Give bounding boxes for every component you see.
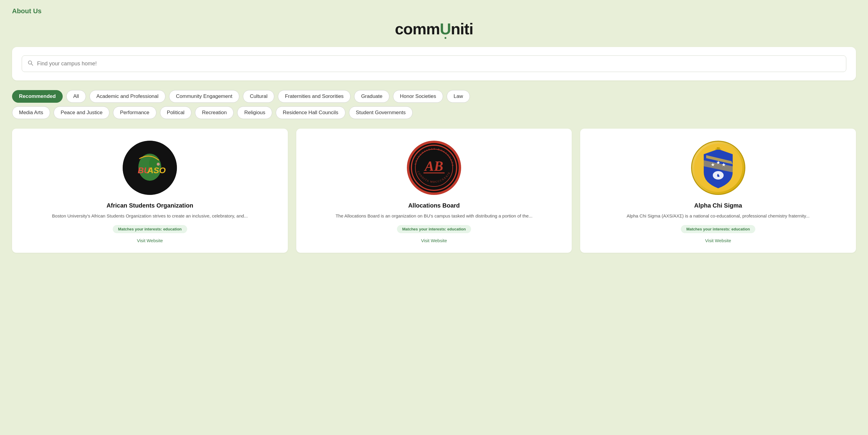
search-section xyxy=(12,47,856,80)
interest-badge: Matches your interests: education xyxy=(397,225,471,233)
visit-website-link[interactable]: Visit Website xyxy=(705,238,731,243)
card-alpha-chi-sigma: ★ ★ ★ ♞ Alpha Chi Sigma Alpha Chi Sigma … xyxy=(580,129,856,253)
cards-grid: BU ASO African Students Organization Bos… xyxy=(12,129,856,253)
card-title: African Students Organization xyxy=(106,202,193,209)
interest-badge: Matches your interests: education xyxy=(681,225,755,233)
svg-text:AB: AB xyxy=(424,159,443,174)
filter-chip-peace-and-justice[interactable]: Peace and Justice xyxy=(54,106,110,119)
filter-chip-religious[interactable]: Religious xyxy=(237,106,272,119)
card-description: Alpha Chi Sigma (AXS/AXΣ) is a national … xyxy=(627,213,809,220)
svg-line-1 xyxy=(31,64,33,66)
filter-chip-cultural[interactable]: Cultural xyxy=(243,90,275,103)
filter-chip-graduate[interactable]: Graduate xyxy=(354,90,390,103)
svg-text:♞: ♞ xyxy=(716,173,720,178)
svg-text:★: ★ xyxy=(721,162,726,167)
filter-chip-recreation[interactable]: Recreation xyxy=(195,106,234,119)
interest-badge: Matches your interests: education xyxy=(113,225,187,233)
filter-chip-academic-and-professional[interactable]: Academic and Professional xyxy=(90,90,165,103)
card-african-students-organization: BU ASO African Students Organization Bos… xyxy=(12,129,288,253)
search-box xyxy=(22,56,846,72)
svg-text:★: ★ xyxy=(711,162,715,167)
card-description: Boston University's African Students Org… xyxy=(52,213,248,220)
card-title: Alpha Chi Sigma xyxy=(694,202,742,209)
svg-rect-21 xyxy=(717,147,720,150)
filter-chip-media-arts[interactable]: Media Arts xyxy=(12,106,50,119)
logo-u: U xyxy=(440,20,451,38)
visit-website-link[interactable]: Visit Website xyxy=(137,238,163,243)
filter-chip-law[interactable]: Law xyxy=(447,90,470,103)
svg-text:★: ★ xyxy=(716,160,720,165)
svg-text:ASO: ASO xyxy=(147,166,166,175)
visit-website-link[interactable]: Visit Website xyxy=(421,238,447,243)
filter-chip-all[interactable]: All xyxy=(66,90,86,103)
logo-container: commUniti xyxy=(12,20,856,38)
svg-point-7 xyxy=(157,163,160,166)
filter-chip-political[interactable]: Political xyxy=(160,106,192,119)
filter-chip-fraternities-and-sororities[interactable]: Fraternities and Sororities xyxy=(278,90,350,103)
filter-chip-honor-societies[interactable]: Honor Societies xyxy=(393,90,443,103)
ab-logo: UNIVERSITAS BOSTONENSIS CONDITA MDCCCXXX… xyxy=(407,141,461,195)
acs-logo: ★ ★ ★ ♞ xyxy=(691,141,745,195)
logo: commUniti xyxy=(395,20,473,38)
search-input[interactable] xyxy=(37,61,841,67)
buaso-logo: BU ASO xyxy=(123,141,177,195)
filter-row-1: RecommendedAllAcademic and ProfessionalC… xyxy=(12,90,856,103)
filter-chip-community-engagement[interactable]: Community Engagement xyxy=(169,90,239,103)
about-us-link[interactable]: About Us xyxy=(12,7,856,15)
card-title: Allocations Board xyxy=(408,202,460,209)
filter-chip-recommended[interactable]: Recommended xyxy=(12,90,63,103)
filter-chip-performance[interactable]: Performance xyxy=(113,106,156,119)
card-allocations-board: UNIVERSITAS BOSTONENSIS CONDITA MDCCCXXX… xyxy=(296,129,572,253)
filter-chip-residence-hall-councils[interactable]: Residence Hall Councils xyxy=(276,106,345,119)
filter-section: RecommendedAllAcademic and ProfessionalC… xyxy=(12,90,856,119)
filter-chip-student-governments[interactable]: Student Governments xyxy=(349,106,412,119)
filter-row-2: Media ArtsPeace and JusticePerformancePo… xyxy=(12,106,856,119)
card-description: The Allocations Board is an organization… xyxy=(336,213,532,220)
search-icon xyxy=(27,60,33,67)
